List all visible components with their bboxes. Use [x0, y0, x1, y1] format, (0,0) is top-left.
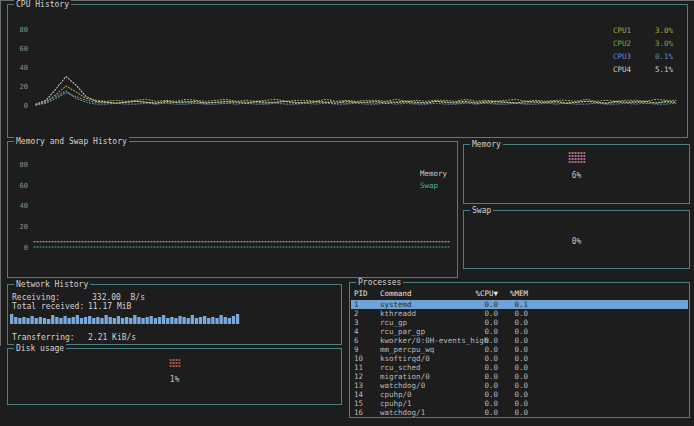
process-pid: 1 [354, 300, 359, 309]
y-axis-tick: 20 [12, 84, 28, 91]
process-command: systemd [380, 300, 412, 309]
process-pid: 16 [354, 408, 363, 417]
process-command: cpuhp/0 [380, 390, 412, 399]
process-mem: 0.1 [500, 300, 528, 309]
disk-usage-value: 1% [8, 375, 341, 384]
process-mem: 0.0 [500, 354, 528, 363]
processes-header: PID Command %CPU▼ %MEM [350, 289, 689, 299]
process-command: kthreadd [380, 309, 416, 318]
memory-gauge-dots-icon [568, 152, 585, 163]
process-cpu: 0.0 [462, 327, 498, 336]
process-mem: 0.0 [500, 408, 528, 417]
process-mem: 0.0 [500, 390, 528, 399]
cpu-legend-label: CPU3 [613, 50, 631, 63]
process-mem: 0.0 [500, 318, 528, 327]
y-axis-tick: 0 [12, 103, 28, 110]
process-cpu: 0.0 [462, 309, 498, 318]
cpu-legend-label: CPU2 [613, 37, 631, 50]
process-cpu: 0.0 [462, 372, 498, 381]
process-pid: 2 [354, 309, 359, 318]
header-command[interactable]: Command [380, 289, 412, 298]
cpu-history-chart [30, 5, 686, 137]
process-command: ksoftirqd/0 [380, 354, 430, 363]
process-pid: 12 [354, 372, 363, 381]
process-command: mm_percpu_wq [380, 345, 434, 354]
y-axis-tick: 60 [12, 46, 28, 53]
process-row[interactable]: 16watchdog/10.00.0 [351, 408, 688, 417]
swap-gauge-title: Swap [470, 206, 493, 215]
process-row[interactable]: 15cpuhp/10.00.0 [351, 399, 688, 408]
process-row[interactable]: 13watchdog/00.00.0 [351, 381, 688, 390]
memswap-legend-entry: Memory [420, 168, 456, 180]
cpu-legend-value: 0.1% [655, 50, 673, 63]
y-axis-tick: 80 [12, 162, 28, 169]
disk-gauge-dots-icon [169, 359, 180, 368]
process-cpu: 0.0 [462, 345, 498, 354]
network-history-panel: Network History Receiving: 332.00 B/s To… [7, 284, 342, 345]
process-row[interactable]: 1systemd0.00.1 [351, 300, 688, 309]
process-mem: 0.0 [500, 336, 528, 345]
process-mem: 0.0 [500, 381, 528, 390]
process-row[interactable]: 6kworker/0:0H-events_high0.00.0 [351, 336, 688, 345]
cpu-legend: CPU13.0%CPU23.0%CPU30.1%CPU45.1% [613, 24, 673, 76]
process-row[interactable]: 12migration/00.00.0 [351, 372, 688, 381]
process-row[interactable]: 9mm_percpu_wq0.00.0 [351, 345, 688, 354]
network-receiving-sparkline [10, 312, 240, 324]
process-row[interactable]: 4rcu_par_gp0.00.0 [351, 327, 688, 336]
y-axis-tick: 0 [12, 245, 28, 252]
process-pid: 15 [354, 399, 363, 408]
process-pid: 13 [354, 381, 363, 390]
process-row[interactable]: 14cpuhp/00.00.0 [351, 390, 688, 399]
cpu-legend-entry: CPU30.1% [613, 50, 673, 63]
y-axis-tick: 20 [12, 224, 28, 231]
y-axis-tick: 40 [12, 203, 28, 210]
process-command: migration/0 [380, 372, 430, 381]
receiving-value: 332.00 B/s [92, 293, 145, 302]
process-cpu: 0.0 [462, 408, 498, 417]
process-pid: 9 [354, 345, 359, 354]
transferring-label: Transferring: [12, 333, 75, 342]
memswap-legend-entry: Swap [420, 180, 456, 192]
process-rows: 1systemd0.00.12kthreadd0.00.03rcu_gp0.00… [351, 300, 688, 416]
cpu-legend-value: 3.0% [655, 37, 673, 50]
process-pid: 14 [354, 390, 363, 399]
process-row[interactable]: 11rcu_sched0.00.0 [351, 363, 688, 372]
processes-panel: Processes PID Command %CPU▼ %MEM 1system… [349, 282, 690, 418]
disk-usage-panel: Disk usage 1% [7, 348, 342, 405]
cpu-legend-entry: CPU23.0% [613, 37, 673, 50]
window-edge-left [0, 0, 1, 346]
y-axis-tick: 40 [12, 65, 28, 72]
process-pid: 6 [354, 336, 359, 345]
process-cpu: 0.0 [462, 399, 498, 408]
process-mem: 0.0 [500, 309, 528, 318]
y-axis-tick: 60 [12, 183, 28, 190]
y-axis-tick: 80 [12, 27, 28, 34]
process-command: rcu_sched [380, 363, 421, 372]
process-mem: 0.0 [500, 372, 528, 381]
window-edge-top [0, 0, 694, 1]
process-cpu: 0.0 [462, 390, 498, 399]
process-cpu: 0.0 [462, 336, 498, 345]
memory-swap-legend: MemorySwap [420, 168, 456, 192]
disk-usage-title: Disk usage [14, 344, 66, 353]
process-row[interactable]: 2kthreadd0.00.0 [351, 309, 688, 318]
process-pid: 11 [354, 363, 363, 372]
cpu-legend-label: CPU1 [613, 24, 631, 37]
header-mem[interactable]: %MEM [500, 289, 528, 298]
receiving-label: Receiving: [12, 293, 60, 302]
total-received-value: 11.17 MiB [88, 302, 131, 311]
process-mem: 0.0 [500, 345, 528, 354]
network-history-title: Network History [14, 280, 90, 289]
process-mem: 0.0 [500, 399, 528, 408]
memory-gauge-panel: Memory 6% [463, 144, 690, 204]
header-pid[interactable]: PID [354, 289, 368, 298]
process-pid: 3 [354, 318, 359, 327]
process-row[interactable]: 10ksoftirqd/00.00.0 [351, 354, 688, 363]
process-command: watchdog/1 [380, 408, 425, 417]
total-received-label: Total received: [12, 302, 84, 311]
process-row[interactable]: 3rcu_gp0.00.0 [351, 318, 688, 327]
process-cpu: 0.0 [462, 381, 498, 390]
cpu-legend-value: 3.0% [655, 24, 673, 37]
cpu-legend-label: CPU4 [613, 63, 631, 76]
header-cpu-sort[interactable]: %CPU▼ [462, 289, 498, 298]
